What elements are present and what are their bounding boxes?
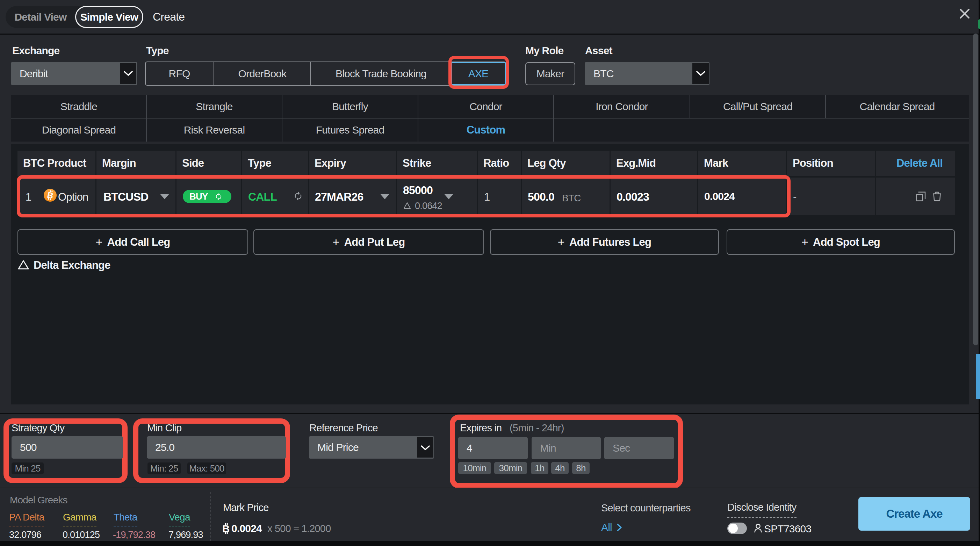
svg-text:B: B <box>222 523 230 535</box>
